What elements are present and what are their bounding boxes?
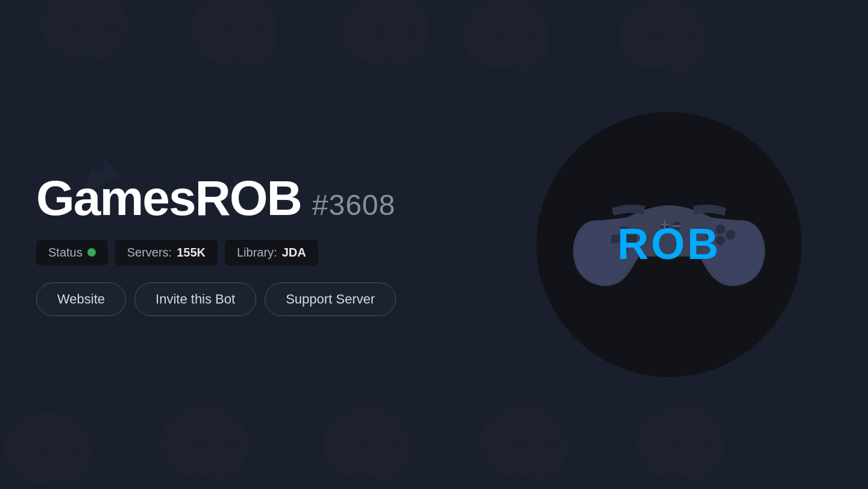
svg-point-52: [726, 230, 735, 240]
bot-title: GamesROB #3608: [36, 173, 530, 223]
status-badge: Status: [36, 240, 108, 266]
right-section: ROB: [530, 106, 808, 383]
bot-name: GamesROB: [36, 173, 301, 223]
library-label: Library:: [237, 246, 277, 260]
servers-value: 155K: [177, 246, 206, 260]
status-label: Status: [48, 246, 83, 260]
controller-container: ROB: [567, 166, 772, 323]
library-badge: Library: JDA: [225, 240, 318, 266]
library-value: JDA: [282, 246, 306, 260]
servers-label: Servers:: [127, 246, 172, 260]
invite-bot-button[interactable]: Invite this Bot: [134, 282, 256, 316]
bot-discriminator: #3608: [312, 188, 395, 222]
content-wrapper: GamesROB #3608 Status Servers: 155K Libr…: [0, 0, 868, 489]
bot-avatar: ROB: [536, 112, 802, 377]
website-button[interactable]: Website: [36, 282, 126, 316]
left-section: GamesROB #3608 Status Servers: 155K Libr…: [36, 173, 530, 316]
status-dot-icon: [87, 248, 96, 257]
rob-text: ROB: [617, 222, 721, 266]
buttons-row: Website Invite this Bot Support Server: [36, 282, 530, 316]
stats-row: Status Servers: 155K Library: JDA: [36, 240, 530, 266]
support-server-button[interactable]: Support Server: [265, 282, 396, 316]
servers-badge: Servers: 155K: [115, 240, 218, 266]
